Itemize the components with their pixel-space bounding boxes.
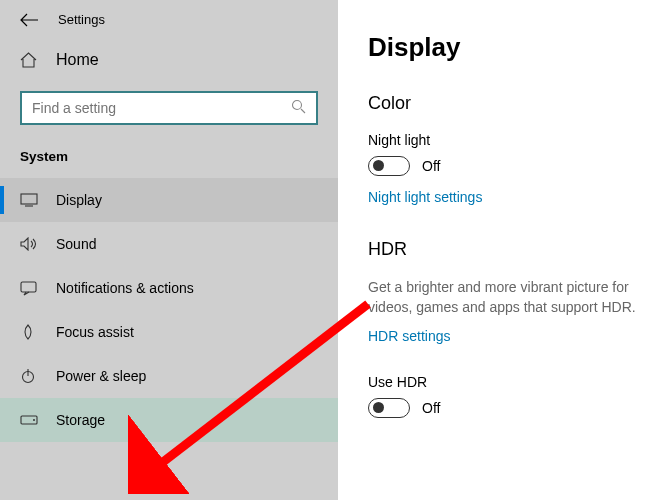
storage-icon [20,415,38,425]
nav-label: Notifications & actions [56,280,194,296]
search-box[interactable] [20,91,318,125]
search-icon [291,99,306,118]
use-hdr-label: Use HDR [368,374,648,390]
svg-point-0 [293,100,302,109]
sidebar-item-notifications[interactable]: Notifications & actions [0,266,338,310]
sound-icon [20,237,38,251]
section-color: Color [368,93,648,114]
home-icon [20,52,38,68]
svg-point-5 [33,419,35,421]
sidebar-item-sound[interactable]: Sound [0,222,338,266]
use-hdr-state: Off [422,400,440,416]
nav-label: Power & sleep [56,368,146,384]
section-hdr: HDR [368,239,648,260]
use-hdr-toggle[interactable] [368,398,410,418]
sidebar-item-display[interactable]: Display [0,178,338,222]
hdr-description: Get a brighter and more vibrant picture … [368,278,648,317]
svg-rect-1 [21,194,37,204]
header-title: Settings [58,12,105,27]
notifications-icon [20,281,38,296]
sidebar-item-storage[interactable]: Storage [0,398,338,442]
night-light-state: Off [422,158,440,174]
nav-label: Storage [56,412,105,428]
category-label: System [0,133,338,170]
night-light-toggle[interactable] [368,156,410,176]
nav-label: Display [56,192,102,208]
header: Settings [0,12,338,41]
sidebar-item-power-sleep[interactable]: Power & sleep [0,354,338,398]
search-input[interactable] [32,100,291,116]
content-pane: Display Color Night light Off Night ligh… [338,0,648,500]
svg-rect-2 [21,282,36,292]
display-icon [20,193,38,207]
sidebar: Settings Home System Display Sound [0,0,338,500]
power-icon [20,368,38,384]
nav-label: Sound [56,236,96,252]
back-icon[interactable] [20,13,38,27]
page-title: Display [368,32,648,63]
night-light-settings-link[interactable]: Night light settings [368,189,482,205]
home-label: Home [56,51,99,69]
nav-label: Focus assist [56,324,134,340]
hdr-settings-link[interactable]: HDR settings [368,328,450,344]
sidebar-item-focus-assist[interactable]: Focus assist [0,310,338,354]
night-light-label: Night light [368,132,648,148]
nav-list: Display Sound Notifications & actions Fo… [0,178,338,442]
focus-icon [20,324,38,340]
sidebar-item-home[interactable]: Home [0,41,338,79]
